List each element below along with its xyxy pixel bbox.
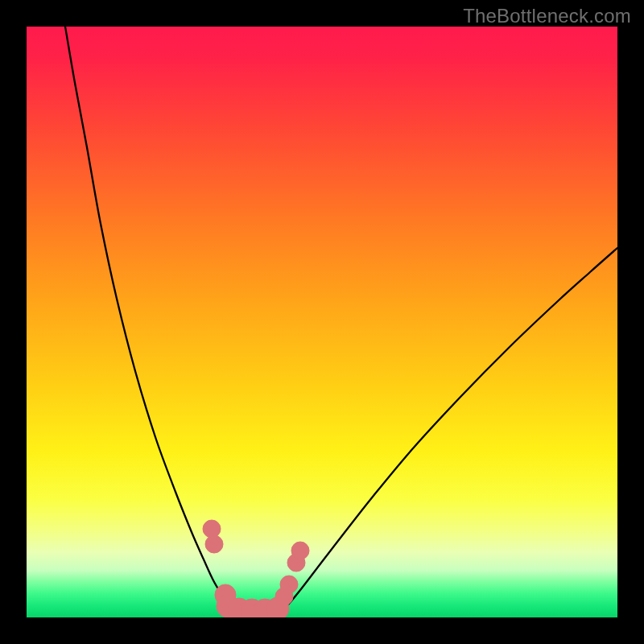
right-curve — [280, 248, 617, 612]
data-markers — [203, 520, 309, 617]
data-marker — [280, 576, 298, 593]
data-marker — [291, 542, 309, 559]
watermark-text: TheBottleneck.com — [463, 5, 631, 27]
chart-frame: TheBottleneck.com — [0, 0, 644, 644]
curves-layer — [27, 27, 617, 617]
data-marker — [205, 535, 223, 553]
data-marker — [203, 520, 221, 538]
plot-area — [27, 27, 617, 617]
